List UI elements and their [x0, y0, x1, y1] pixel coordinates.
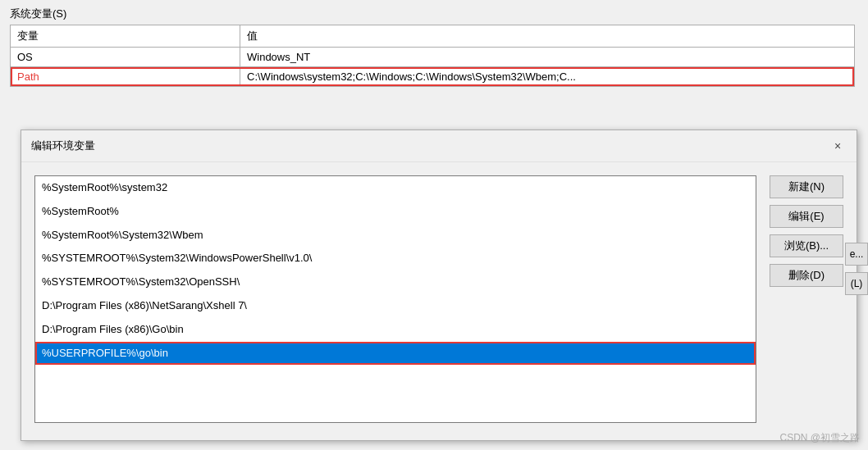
outer-panel: 系统变量(S) 变量 值 OS Windows_NT Path C:\Windo… — [0, 0, 868, 450]
table-row-path[interactable]: Path C:\Windows\system32;C:\Windows;C:\W… — [11, 67, 854, 86]
list-item[interactable]: %SYSTEMROOT%\System32\WindowsPowerShell\… — [35, 247, 756, 270]
dialog-buttons: 新建(N) 编辑(E) 浏览(B)... 删除(D) — [770, 175, 843, 423]
new-button[interactable]: 新建(N) — [770, 175, 843, 198]
table-row[interactable]: OS Windows_NT — [11, 48, 854, 67]
dialog-titlebar: 编辑环境变量 × — [21, 130, 857, 162]
dialog-body: %SystemRoot%\system32 %SystemRoot% %Syst… — [21, 162, 857, 436]
list-item[interactable]: %SystemRoot%\system32 — [35, 176, 756, 200]
header-col-value: 值 — [240, 25, 854, 47]
list-item[interactable]: D:\Program Files (x86)\Go\bin — [35, 318, 756, 342]
edit-env-dialog: 编辑环境变量 × %SystemRoot%\system32 %SystemRo… — [21, 130, 857, 441]
system-vars-table: 变量 值 OS Windows_NT Path C:\Windows\syste… — [10, 25, 855, 87]
edit-button[interactable]: 编辑(E) — [770, 205, 843, 228]
side-partial-btn-1: e... — [845, 243, 868, 266]
list-item[interactable]: %SystemRoot%\System32\Wbem — [35, 224, 756, 248]
browse-button[interactable]: 浏览(B)... — [770, 234, 843, 257]
watermark: CSDN @初雪之路 — [779, 431, 860, 445]
cell-path-name: Path — [11, 67, 240, 86]
list-item-selected[interactable]: %USERPROFILE%\go\bin — [35, 342, 756, 366]
section-label: 系统变量(S) — [10, 7, 66, 21]
env-list-container[interactable]: %SystemRoot%\system32 %SystemRoot% %Syst… — [34, 175, 756, 423]
list-item[interactable]: D:\Program Files (x86)\NetSarang\Xshell … — [35, 294, 756, 318]
dialog-close-button[interactable]: × — [829, 137, 847, 155]
list-item[interactable]: %SystemRoot% — [35, 200, 756, 224]
side-partial-buttons: e... (L) — [845, 243, 868, 295]
list-item[interactable]: %SYSTEMROOT%\System32\OpenSSH\ — [35, 270, 756, 294]
side-partial-btn-2: (L) — [845, 272, 868, 295]
cell-os-value: Windows_NT — [240, 48, 854, 66]
header-col-name: 变量 — [11, 25, 240, 47]
delete-button[interactable]: 删除(D) — [770, 264, 843, 287]
dialog-title: 编辑环境变量 — [31, 139, 95, 153]
cell-os-name: OS — [11, 48, 240, 66]
table-header: 变量 值 — [11, 25, 854, 48]
cell-path-value: C:\Windows\system32;C:\Windows;C:\Window… — [240, 67, 854, 86]
